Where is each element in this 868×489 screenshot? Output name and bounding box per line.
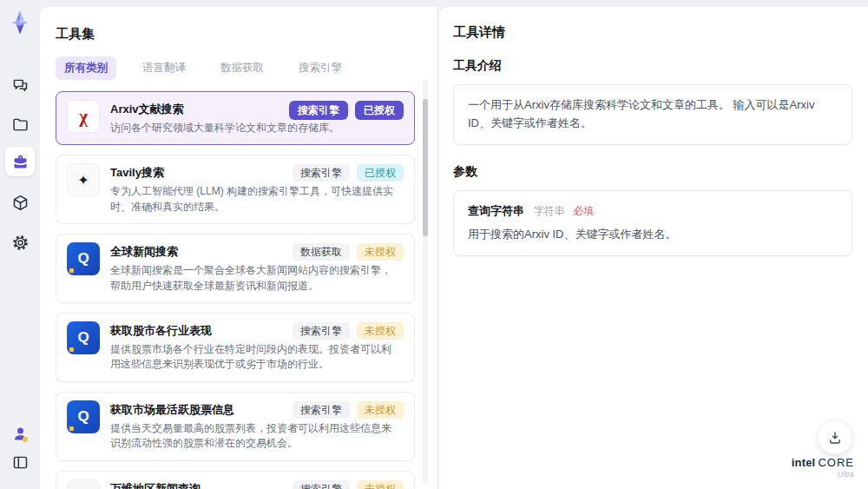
tool-desc: 访问各个研究领域大量科学论文和文章的存储库。 — [110, 121, 404, 135]
category-badge: 搜索引擎 — [293, 164, 350, 182]
category-badge: 搜索引擎 — [293, 322, 350, 340]
param-header: 查询字符串 字符串 必填 — [468, 202, 838, 221]
param-required-flag: 必填 — [573, 205, 594, 217]
intel-core-logo: intelCORE Ultra — [792, 457, 854, 479]
param-box: 查询字符串 字符串 必填 用于搜索的Arxiv ID、关键字或作者姓名。 — [453, 190, 852, 257]
tab-data-fetching[interactable]: 数据获取 — [212, 56, 273, 80]
category-tabs: 所有类别 语言翻译 数据获取 搜索引擎 — [56, 56, 437, 80]
tool-desc: 专为人工智能代理 (LLM) 构建的搜索引擎工具，可快速提供实时、准确和真实的结… — [110, 184, 404, 215]
tab-search-engine[interactable]: 搜索引擎 — [290, 56, 351, 80]
tool-desc: 提供当天交易量最高的股票列表，投资者可以利用这些信息来识别流动性强的股票和潜在的… — [110, 421, 404, 452]
list-scrollbar-thumb[interactable] — [423, 99, 428, 236]
tab-language-translation[interactable]: 语言翻译 — [134, 56, 194, 80]
param-type: 字符串 — [534, 205, 565, 217]
tool-list: χ Arxiv文献搜索 访问各个研究领域大量科学论文和文章的存储库。 搜索引擎 … — [56, 91, 424, 489]
category-badge: 数据获取 — [293, 243, 350, 261]
category-badge: 搜索引擎 — [293, 401, 350, 419]
blue-q-logo-icon: Q — [67, 321, 100, 354]
tool-details-panel: 工具详情 工具介绍 一个用于从Arxiv存储库搜索科学论文和文章的工具。 输入可… — [439, 7, 868, 489]
tool-desc: 提供股票市场各个行业在特定时间段内的表现。投资者可以利用这些信息来识别表现优于或… — [110, 342, 404, 373]
chat-icon[interactable] — [5, 70, 35, 100]
tool-card-arxiv-search[interactable]: χ Arxiv文献搜索 访问各个研究领域大量科学论文和文章的存储库。 搜索引擎 … — [56, 91, 415, 145]
brand-core-text: CORE — [818, 456, 854, 469]
user-avatar-icon[interactable] — [5, 419, 35, 448]
params-section-title: 参数 — [453, 164, 852, 180]
brand-intel-text: intel — [792, 456, 816, 469]
category-badge: 搜索引擎 — [289, 101, 348, 120]
avatar-status-dot — [23, 437, 28, 442]
auth-status-badge: 未授权 — [357, 401, 404, 419]
download-button[interactable] — [819, 421, 852, 454]
cube-icon[interactable] — [5, 188, 35, 217]
list-scrollbar-track[interactable] — [423, 80, 428, 484]
auth-status-badge: 未授权 — [357, 322, 404, 340]
tool-card-most-active-stocks[interactable]: Q 获取市场最活跃股票信息 提供当天交易量最高的股票列表，投资者可以利用这些信息… — [56, 392, 415, 461]
folder-icon[interactable] — [5, 109, 35, 139]
app-window: 工具集 所有类别 语言翻译 数据获取 搜索引擎 χ Arxiv文献搜索 访问各个… — [0, 0, 868, 489]
left-rail — [0, 0, 40, 489]
blue-q-logo-icon: Q — [67, 400, 100, 433]
param-desc: 用于搜索的Arxiv ID、关键字或作者姓名。 — [468, 226, 838, 244]
category-badge: 搜索引擎 — [293, 480, 350, 489]
auth-status-badge: 已授权 — [357, 164, 404, 182]
param-name: 查询字符串 — [468, 204, 524, 217]
brand-sub-text: Ultra — [792, 471, 854, 479]
toolset-nav-icon[interactable] — [5, 147, 35, 176]
details-title: 工具详情 — [453, 24, 852, 41]
auth-status-badge: 已授权 — [355, 101, 404, 120]
intro-text-box: 一个用于从Arxiv存储库搜索科学论文和文章的工具。 输入可以是Arxiv ID… — [453, 84, 852, 145]
newspaper-icon — [67, 479, 100, 489]
tab-all-categories[interactable]: 所有类别 — [56, 56, 116, 80]
tool-card-global-news-search[interactable]: Q 全球新闻搜索 全球新闻搜索是一个聚合全球各大新闻网站内容的搜索引擎，帮助用户… — [56, 234, 415, 303]
auth-status-badge: 未授权 — [357, 243, 404, 261]
blue-q-logo-icon: Q — [67, 242, 100, 275]
tool-card-tavily-search[interactable]: ✦ Tavily搜索 专为人工智能代理 (LLM) 构建的搜索引擎工具，可快速提… — [56, 155, 415, 224]
arxiv-logo-icon: χ — [67, 100, 100, 133]
tool-card-regional-news-query[interactable]: 万维地区新闻查询 查询具体行政区划内的新闻，快速了解各地新闻动 搜索引擎 未授权 — [56, 471, 415, 489]
app-logo-icon — [8, 10, 32, 35]
settings-gear-icon[interactable] — [5, 228, 35, 257]
auth-status-badge: 未授权 — [357, 480, 404, 489]
toolset-panel: 工具集 所有类别 语言翻译 数据获取 搜索引擎 χ Arxiv文献搜索 访问各个… — [40, 7, 437, 489]
panel-toggle-icon[interactable] — [5, 447, 35, 477]
tool-card-stock-industry-performance[interactable]: Q 获取股市各行业表现 提供股票市场各个行业在特定时间段内的表现。投资者可以利用… — [56, 313, 415, 382]
tavily-logo-icon: ✦ — [67, 163, 100, 196]
tool-desc: 全球新闻搜索是一个聚合全球各大新闻网站内容的搜索引擎，帮助用户快速获取全球最新资… — [110, 263, 404, 294]
intro-section-title: 工具介绍 — [453, 58, 852, 74]
page-title: 工具集 — [56, 26, 437, 43]
